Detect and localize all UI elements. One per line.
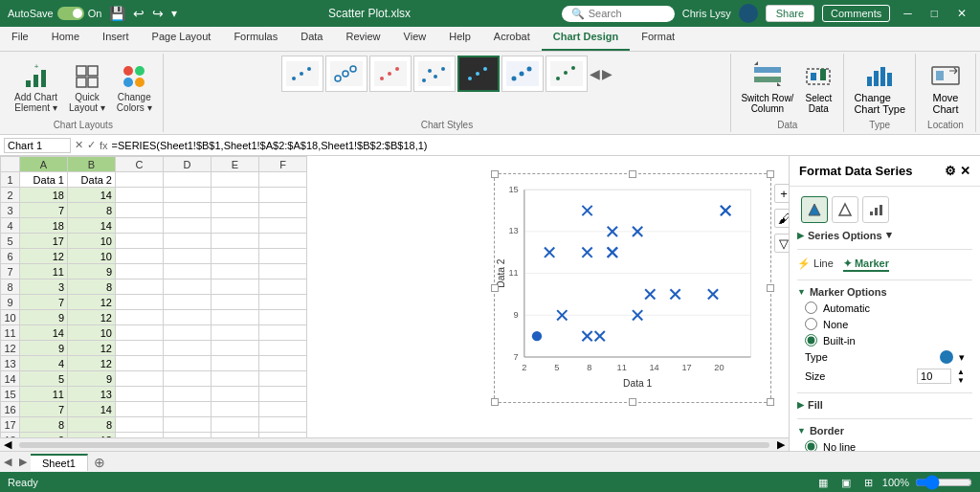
cell-b8[interactable]: 8 xyxy=(68,280,116,295)
size-up[interactable]: ▲ xyxy=(957,368,965,376)
tab-help[interactable]: Help xyxy=(437,27,482,51)
tab-format[interactable]: Format xyxy=(630,27,686,51)
tab-acrobat[interactable]: Acrobat xyxy=(482,27,542,51)
marker-none-radio[interactable] xyxy=(805,318,817,330)
cell-f14[interactable] xyxy=(259,371,307,387)
col-header-e[interactable]: E xyxy=(212,157,259,172)
cell-a2[interactable]: 18 xyxy=(20,188,68,203)
tab-review[interactable]: Review xyxy=(334,27,391,51)
cell-b15[interactable]: 13 xyxy=(68,387,116,402)
cell-a12[interactable]: 9 xyxy=(20,341,68,356)
cell-c4[interactable] xyxy=(116,218,164,234)
icon-tab-line[interactable] xyxy=(832,196,858,223)
cell-a9[interactable]: 7 xyxy=(20,295,68,310)
cell-f2[interactable] xyxy=(259,188,307,203)
cell-c16[interactable] xyxy=(116,402,164,417)
function-icon[interactable]: fx xyxy=(100,140,108,151)
scatter-point-6[interactable] xyxy=(532,331,542,341)
search-box[interactable]: 🔍 xyxy=(562,6,675,22)
cell-c15[interactable] xyxy=(116,387,164,402)
cell-d11[interactable] xyxy=(164,325,212,341)
chart-area[interactable]: 2 5 8 11 14 17 20 7 9 11 13 15 xyxy=(494,173,771,403)
search-input[interactable] xyxy=(589,8,665,19)
col-header-a[interactable]: A xyxy=(20,157,68,172)
cell-b6[interactable]: 10 xyxy=(68,249,116,264)
quick-layout-button[interactable]: QuickLayout ▾ xyxy=(64,58,110,116)
tab-insert[interactable]: Insert xyxy=(91,27,141,51)
comments-button[interactable]: Comments xyxy=(822,5,890,22)
close-button[interactable]: ✕ xyxy=(951,5,972,22)
page-break-view-button[interactable]: ⊞ xyxy=(860,475,877,491)
marker-builtin-radio[interactable] xyxy=(805,334,817,347)
maximize-button[interactable]: □ xyxy=(925,5,944,22)
sidebar-settings-icon[interactable]: ⚙ xyxy=(945,164,956,178)
cell-a1[interactable]: Data 1 xyxy=(20,172,68,188)
cell-e15[interactable] xyxy=(212,387,259,402)
chart-style-5-dark[interactable] xyxy=(457,56,500,92)
chart-style-3[interactable] xyxy=(369,56,412,92)
cell-a11[interactable]: 14 xyxy=(20,325,68,341)
cell-e11[interactable] xyxy=(212,325,259,341)
cancel-icon[interactable]: ✕ xyxy=(75,139,83,151)
add-sheet-button[interactable]: ⊕ xyxy=(88,453,111,472)
cell-a10[interactable]: 9 xyxy=(20,310,68,325)
cell-e17[interactable] xyxy=(212,417,259,433)
cell-b3[interactable]: 8 xyxy=(68,203,116,218)
scroll-sheets-left[interactable]: ◀ xyxy=(0,456,15,468)
cell-f17[interactable] xyxy=(259,417,307,433)
handle-mr[interactable] xyxy=(767,284,774,292)
cell-f11[interactable] xyxy=(259,325,307,341)
cell-d14[interactable] xyxy=(164,371,212,387)
cell-a13[interactable]: 4 xyxy=(20,356,68,371)
tab-chart-design[interactable]: Chart Design xyxy=(542,27,630,51)
fill-header[interactable]: ▶ Fill xyxy=(797,397,972,413)
cell-a17[interactable]: 8 xyxy=(20,417,68,433)
marker-options-header[interactable]: ▼ Marker Options xyxy=(797,284,972,300)
icon-tab-bar[interactable] xyxy=(862,196,889,223)
cell-d4[interactable] xyxy=(164,218,212,234)
col-header-d[interactable]: D xyxy=(164,157,212,172)
cell-f4[interactable] xyxy=(259,218,307,234)
handle-tl[interactable] xyxy=(491,170,499,178)
cell-e13[interactable] xyxy=(212,356,259,371)
cell-c6[interactable] xyxy=(116,249,164,264)
cell-b7[interactable]: 9 xyxy=(68,264,116,280)
cell-a8[interactable]: 3 xyxy=(20,280,68,295)
move-chart-button[interactable]: MoveChart xyxy=(922,57,969,117)
scroll-sheets-right[interactable]: ▶ xyxy=(15,456,31,468)
cell-f3[interactable] xyxy=(259,203,307,218)
cell-b12[interactable]: 12 xyxy=(68,341,116,356)
chart-style-7[interactable] xyxy=(546,56,588,92)
cell-e16[interactable] xyxy=(212,402,259,417)
chart-style-6[interactable] xyxy=(501,56,544,92)
handle-bl[interactable] xyxy=(491,398,499,406)
chart-filter-button[interactable]: ▽ xyxy=(774,234,789,253)
switch-row-column-button[interactable]: Switch Row/Column xyxy=(737,57,797,116)
cell-d8[interactable] xyxy=(164,280,212,295)
line-tab[interactable]: ⚡ Line xyxy=(797,257,834,272)
select-data-button[interactable]: SelectData xyxy=(799,57,837,116)
tab-formulas[interactable]: Formulas xyxy=(222,27,289,51)
cell-d15[interactable] xyxy=(164,387,212,402)
cell-a16[interactable]: 7 xyxy=(20,402,68,417)
cell-a14[interactable]: 5 xyxy=(20,371,68,387)
cell-d1[interactable] xyxy=(164,172,212,188)
cell-e12[interactable] xyxy=(212,341,259,356)
cell-c1[interactable] xyxy=(116,172,164,188)
name-box[interactable]: Chart 1 xyxy=(4,138,71,153)
autosave-switch[interactable] xyxy=(57,7,84,20)
cell-e1[interactable] xyxy=(212,172,259,188)
cell-e7[interactable] xyxy=(212,264,259,280)
series-options-header[interactable]: ▶ Series Options ▾ xyxy=(797,227,972,243)
cell-e3[interactable] xyxy=(212,203,259,218)
cell-d10[interactable] xyxy=(164,310,212,325)
chart-plus-button[interactable]: + xyxy=(774,184,789,203)
handle-ml[interactable] xyxy=(491,284,499,292)
tab-view[interactable]: View xyxy=(392,27,438,51)
tab-file[interactable]: File xyxy=(0,27,40,51)
cell-f1[interactable] xyxy=(259,172,307,188)
handle-tm[interactable] xyxy=(629,170,636,178)
share-button[interactable]: Share xyxy=(766,5,814,22)
cell-d13[interactable] xyxy=(164,356,212,371)
cell-a7[interactable]: 11 xyxy=(20,264,68,280)
